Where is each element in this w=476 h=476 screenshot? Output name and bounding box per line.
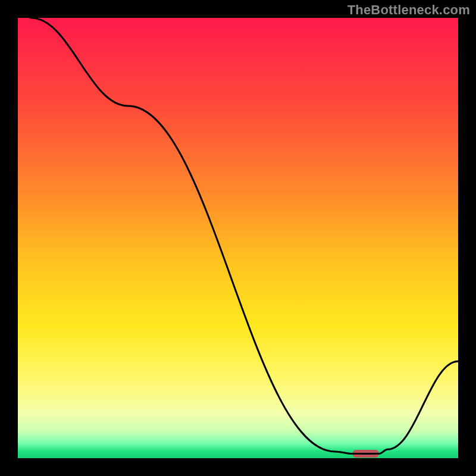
- watermark-text: TheBottleneck.com: [347, 2, 470, 18]
- plot-area: [18, 18, 458, 458]
- chart-svg: [18, 18, 458, 458]
- gradient-background: [18, 18, 458, 458]
- chart-frame: TheBottleneck.com: [0, 0, 476, 476]
